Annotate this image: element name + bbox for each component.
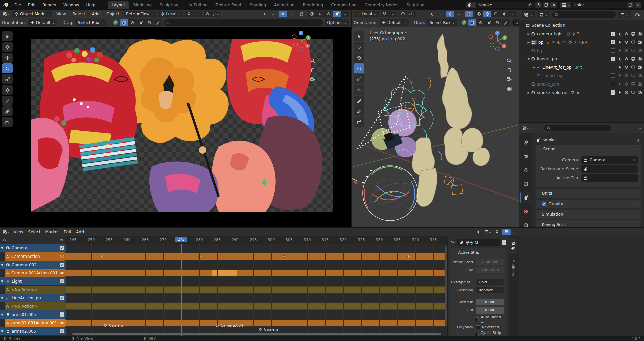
nla-vertical-scrollbar[interactable] — [445, 246, 447, 326]
viewport-menu-view[interactable]: View — [54, 11, 68, 17]
viewport-visibility-toggle[interactable] — [631, 65, 635, 69]
outliner-row-smoke-sim[interactable]: smoke_sim — [519, 80, 644, 88]
nla-timeline[interactable]: 2452502552602652702752802852902953003053… — [66, 236, 447, 336]
holdout-toggle[interactable] — [624, 65, 629, 69]
scene-users-button[interactable]: 3 — [535, 2, 542, 8]
menu-edit[interactable]: Edit — [24, 2, 39, 8]
nla-filter-pointer-icon[interactable] — [474, 229, 482, 235]
xray-toggle[interactable] — [465, 11, 473, 17]
tab-geometry-nodes[interactable]: Geometry Nodes — [361, 1, 402, 9]
viewport-toggle-2[interactable] — [128, 19, 137, 26]
sidebar-tab-strip[interactable]: Strip — [509, 238, 517, 254]
ortho-grid-icon[interactable] — [506, 86, 512, 92]
shading-wireframe-button[interactable] — [475, 11, 483, 17]
shading-dropdown[interactable]: ⌄ — [341, 11, 349, 17]
shading-rendered-button[interactable] — [500, 11, 508, 17]
drag-dropdown[interactable]: Select Box⌄ — [75, 19, 106, 26]
proportional-falloff-dropdown[interactable]: ⌄ — [408, 11, 416, 17]
overlays-dropdown[interactable]: ⌄ — [287, 11, 296, 17]
zoom-icon[interactable] — [310, 58, 315, 63]
expand-arrow-icon[interactable]: ▶ — [526, 32, 531, 36]
tab-compositing[interactable]: Compositing — [327, 1, 360, 9]
tool-select-box[interactable] — [354, 31, 364, 41]
nla-ruler[interactable]: 2452502552602652702752802852902953003053… — [66, 236, 447, 244]
render-visibility-toggle[interactable] — [638, 32, 642, 36]
nla-channel-arms02-005[interactable]: ▼arms02.005✓ — [0, 327, 66, 335]
nla-snap-dropdown[interactable]: ⌄ — [512, 230, 515, 234]
nla-channel--no-action-[interactable]: <No Action> — [5, 302, 66, 310]
render-visibility-toggle[interactable] — [638, 65, 642, 69]
marker-label[interactable]: Camera — [259, 327, 278, 332]
tool-measure[interactable] — [2, 106, 13, 116]
outliner-filter-button[interactable]: ⌄ — [618, 11, 631, 18]
viewport-visibility-toggle[interactable] — [631, 82, 635, 86]
render-visibility-toggle[interactable] — [638, 48, 642, 53]
scene-copy-button[interactable] — [543, 2, 549, 8]
viewport-visibility-toggle[interactable] — [631, 57, 635, 61]
outliner-row-lineart-bg[interactable]: lineart_bg — [519, 71, 644, 80]
tool-transform[interactable] — [2, 85, 13, 95]
proportional-falloff-dropdown[interactable]: ⌄ — [212, 11, 220, 17]
tab-rendering[interactable]: Rendering — [299, 1, 327, 9]
viewport-toggle-4[interactable] — [493, 19, 501, 26]
viewport-menu-select[interactable]: Select — [70, 11, 88, 17]
menu-file[interactable]: File — [11, 2, 24, 8]
shading-wireframe-button[interactable] — [308, 11, 316, 17]
xray-toggle[interactable] — [298, 11, 306, 17]
orientation-dropdown[interactable]: Default⌄ — [380, 19, 409, 26]
nla-channel-camera[interactable]: ▼Camera✓ — [0, 244, 66, 252]
tab-sculpting[interactable]: Sculpting — [156, 1, 182, 9]
viewport-menu-object[interactable]: Object — [104, 11, 122, 17]
outliner-row-lineart-pp[interactable]: ▼lineart_pp✓ — [519, 55, 644, 63]
playhead[interactable] — [181, 244, 182, 336]
snap-dropdown[interactable]: ⌄ — [389, 11, 397, 17]
nla-menu-select[interactable]: Select — [25, 229, 43, 235]
axis-gizmo[interactable]: Z Y X — [487, 31, 508, 51]
snap-toggle[interactable] — [185, 11, 193, 17]
nla-snap-magnet-icon[interactable] — [493, 229, 501, 235]
marker-label[interactable]: Camera — [104, 323, 123, 328]
gizmo-dropdown[interactable]: ⌄ — [269, 11, 277, 17]
nla-filter-button[interactable]: ⌄ — [484, 229, 492, 235]
material-preview-icon[interactable] — [113, 20, 118, 25]
expand-arrow-icon[interactable]: ▼ — [1, 330, 4, 333]
viewport-toggle-5[interactable] — [154, 19, 162, 26]
expand-arrow-icon[interactable]: ▼ — [526, 57, 531, 61]
properties-tab-scene[interactable] — [520, 192, 531, 203]
mode-dropdown[interactable]: Object Mode⌄ — [12, 11, 52, 17]
viewport-toggle-2[interactable] — [477, 19, 485, 26]
nla-menu-view[interactable]: View — [11, 229, 25, 235]
holdout-toggle[interactable] — [624, 40, 629, 44]
shading-dropdown[interactable]: ⌄ — [508, 11, 517, 17]
pushdown-icon[interactable] — [60, 321, 64, 325]
transform-orientation-dropdown[interactable]: Local⌄ — [354, 11, 379, 17]
tool-scale[interactable] — [2, 74, 13, 84]
channel-mute-checkbox[interactable]: ✓ — [60, 312, 64, 317]
selectable-toggle[interactable] — [618, 48, 622, 53]
pushdown-icon[interactable] — [60, 254, 64, 259]
snap-toggle[interactable] — [381, 11, 389, 17]
render-visibility-toggle[interactable] — [638, 73, 642, 78]
nla-channel-cameraaction[interactable]: CameraAction — [5, 252, 66, 261]
nla-overlap-toggle[interactable] — [502, 229, 511, 235]
dropdown-field[interactable]: Hold⌄ — [476, 279, 504, 285]
outliner-row-camera-light[interactable]: ▶camera_light✓ — [519, 30, 644, 38]
outliner-row-lineart-for-pp[interactable]: ▶LineArt_for_pp — [519, 63, 644, 71]
nla-editor-type-button[interactable]: ⌄ — [2, 229, 10, 235]
outliner-row-smoke-volume[interactable]: ▶smoke_volume✓ — [519, 88, 644, 97]
selectable-toggle[interactable] — [618, 73, 622, 78]
expand-arrow-icon[interactable]: ▼ — [1, 313, 4, 316]
tool-add-cube[interactable] — [354, 117, 364, 127]
checkbox-row[interactable]: Auto Blend ... — [475, 315, 504, 324]
nla-menu-add[interactable]: Add — [74, 229, 86, 235]
view-layer-name-field[interactable]: color — [572, 2, 626, 8]
channel-mute-checkbox[interactable]: ✓ — [60, 329, 64, 333]
tool-annotate[interactable] — [2, 96, 13, 106]
checkbox-on[interactable]: ✓ — [611, 90, 615, 95]
background-scene-field[interactable] — [581, 165, 638, 173]
nla-channel-arms01-005[interactable]: ▼arms01.005✓ — [0, 310, 66, 319]
drag-dropdown[interactable]: Select Box⌄ — [427, 19, 457, 26]
menu-render[interactable]: Render — [39, 2, 60, 8]
selectable-toggle[interactable] — [618, 57, 622, 61]
properties-editor-type-button[interactable]: ⌄ — [522, 125, 530, 131]
